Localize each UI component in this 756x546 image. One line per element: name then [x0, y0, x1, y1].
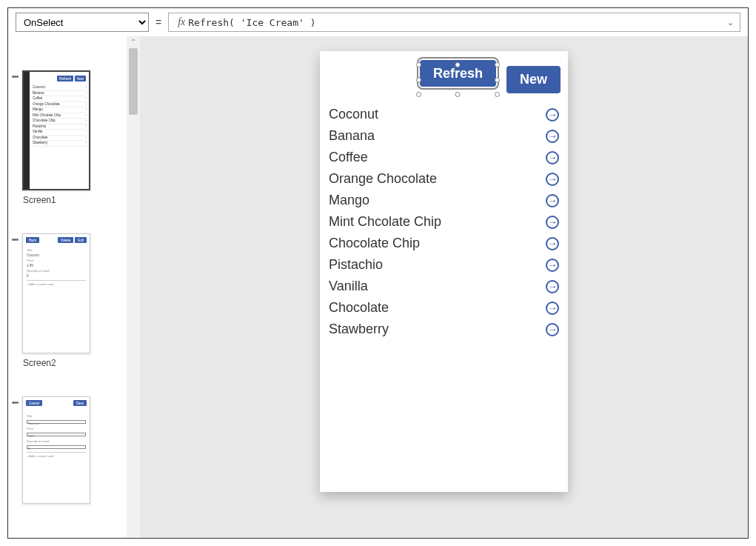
list-item[interactable]: Coconut→	[327, 104, 561, 125]
arrow-right-icon[interactable]: →	[546, 194, 559, 207]
thumb1-list-item: Coffee›	[33, 96, 87, 102]
thumb1-list-item: Pistachio›	[33, 124, 87, 130]
thumb2-qty-label: Quantity on hand	[27, 268, 86, 273]
list-item[interactable]: Orange Chocolate→	[327, 168, 561, 190]
resize-handle[interactable]	[455, 92, 461, 97]
thumb2-back-button: Back	[26, 237, 39, 243]
thumb3-price-label: Price	[27, 426, 86, 432]
thumb1-refresh-button: Refresh	[57, 76, 73, 81]
arrow-right-icon[interactable]: →	[546, 173, 559, 186]
scrollbar[interactable]: ⌃	[127, 36, 140, 538]
screen-thumb-3[interactable]: Cancel Save Title Coconut Price 1.99 Qua…	[22, 396, 90, 504]
formula-input[interactable]	[188, 17, 727, 28]
list-item-label: Chocolate	[329, 300, 389, 316]
refresh-button-selection[interactable]: Refresh	[420, 66, 496, 93]
items-gallery[interactable]: Coconut→Banana→Coffee→Orange Chocolate→M…	[320, 101, 568, 347]
list-item-label: Mango	[329, 193, 369, 208]
list-item-label: Pistachio	[329, 257, 383, 273]
thumb3-cancel-button: Cancel	[26, 400, 42, 406]
list-item-label: Banana	[329, 128, 375, 144]
thumb3-title-label: Title	[27, 413, 86, 419]
list-item-label: Stawberry	[329, 322, 389, 337]
arrow-right-icon[interactable]: →	[546, 216, 559, 229]
resize-handle[interactable]	[416, 77, 421, 82]
arrow-right-icon[interactable]: →	[546, 151, 559, 164]
main-area: ••• Refresh New Coconut›Banana›Coffee›Or…	[8, 36, 748, 538]
list-item[interactable]: Chocolate→	[327, 297, 561, 319]
list-item[interactable]: Banana→	[327, 125, 561, 147]
thumb2-edit-button: Edit	[75, 237, 87, 243]
thumb1-list-item: Chocolate›	[33, 136, 87, 142]
screen-thumb-1-group: ••• Refresh New Coconut›Banana›Coffee›Or…	[10, 70, 125, 205]
thumb1-list-item: Coconut›	[33, 85, 87, 91]
screen-thumb-2[interactable]: Back Delete Edit Title Coconut Price 1.9…	[22, 233, 90, 353]
thumb2-delete-button: Delete	[58, 237, 73, 243]
screen-thumb-3-group: ••• Cancel Save Title Coconut Price 1.99…	[10, 396, 125, 504]
thumb3-qty-value: 0	[27, 445, 86, 449]
list-item[interactable]: Mango→	[327, 190, 561, 211]
resize-handle[interactable]	[416, 62, 421, 67]
thumb2-price-label: Price	[27, 258, 86, 263]
chevron-down-icon[interactable]: ⌄	[727, 18, 734, 27]
resize-handle[interactable]	[455, 62, 461, 67]
app-frame: OnSelect = fx ⌄ ••• Refresh New	[7, 7, 749, 539]
list-item-label: Orange Chocolate	[329, 171, 437, 187]
list-item[interactable]: Stawberry→	[327, 319, 561, 340]
thumb1-list-item: Orange Chocolata›	[33, 102, 87, 108]
thumb2-qty-value: 0	[27, 273, 86, 279]
equals-icon: =	[153, 16, 164, 28]
arrow-right-icon[interactable]: →	[546, 302, 559, 315]
thumb2-title-label: Title	[27, 247, 86, 253]
screen-preview: Refresh New Coconut→Banana→Coffee→Orange…	[320, 51, 568, 492]
thumb3-title-value: Coconut	[27, 420, 86, 424]
formula-input-wrap: fx ⌄	[168, 13, 740, 32]
list-item-label: Coffee	[329, 150, 368, 165]
screen-thumb-1[interactable]: Refresh New Coconut›Banana›Coffee›Orange…	[22, 70, 90, 190]
thumb1-list-item: Vanilla›	[33, 130, 87, 136]
resize-handle[interactable]	[495, 77, 500, 82]
ellipsis-icon[interactable]: •••	[10, 233, 20, 244]
thumb2-price-value: 1.99	[27, 263, 86, 268]
screens-panel: ••• Refresh New Coconut›Banana›Coffee›Or…	[8, 36, 127, 538]
thumb3-save-button: Save	[73, 400, 87, 406]
thumb1-list-item: Banana›	[33, 91, 87, 97]
formula-bar: OnSelect = fx ⌄	[8, 8, 748, 36]
fx-icon: fx	[175, 16, 188, 28]
resize-handle[interactable]	[495, 62, 500, 67]
thumb3-add-card: + Add a custom card	[27, 452, 86, 459]
thumb2-add-card: + Add a custom card	[27, 280, 86, 287]
ellipsis-icon[interactable]: •••	[10, 396, 20, 407]
list-item[interactable]: Coffee→	[327, 147, 561, 168]
list-item-label: Coconut	[329, 107, 378, 122]
list-item-label: Chocolate Chip	[329, 236, 420, 251]
ellipsis-icon[interactable]: •••	[10, 70, 20, 81]
list-item-label: Mint Chcolate Chip	[329, 214, 441, 230]
thumb1-list-item: Mango›	[33, 107, 87, 113]
thumb1-new-button: New	[75, 76, 86, 81]
arrow-right-icon[interactable]: →	[546, 108, 559, 121]
arrow-right-icon[interactable]: →	[546, 323, 559, 336]
thumb3-price-value: 1.99	[27, 433, 86, 436]
arrow-right-icon[interactable]: →	[546, 280, 559, 293]
resize-handle[interactable]	[495, 92, 500, 97]
list-item-label: Vanilla	[329, 279, 368, 294]
arrow-right-icon[interactable]: →	[546, 259, 559, 272]
property-select[interactable]: OnSelect	[16, 13, 149, 32]
list-item[interactable]: Pistachio→	[327, 254, 561, 276]
list-item[interactable]: Vanilla→	[327, 276, 561, 297]
arrow-right-icon[interactable]: →	[546, 130, 559, 143]
screen-thumb-1-label: Screen1	[23, 195, 125, 205]
screen-thumb-2-label: Screen2	[23, 358, 125, 368]
list-item[interactable]: Chocolate Chip→	[327, 233, 561, 254]
resize-handle[interactable]	[416, 92, 421, 97]
new-button[interactable]: New	[506, 66, 561, 93]
thumb3-qty-label: Quantity on hand	[27, 439, 86, 445]
scroll-thumb[interactable]	[129, 48, 138, 115]
arrow-right-icon[interactable]: →	[546, 237, 559, 250]
thumb1-list-item: Mint Chcolate Chip›	[33, 113, 87, 119]
scroll-up-icon[interactable]: ⌃	[127, 38, 140, 46]
thumb1-list-item: Stawberry›	[33, 141, 87, 147]
thumb2-title-value: Coconut	[27, 253, 86, 258]
screen-thumb-2-group: ••• Back Delete Edit Title Coconut	[10, 233, 125, 368]
list-item[interactable]: Mint Chcolate Chip→	[327, 211, 561, 233]
